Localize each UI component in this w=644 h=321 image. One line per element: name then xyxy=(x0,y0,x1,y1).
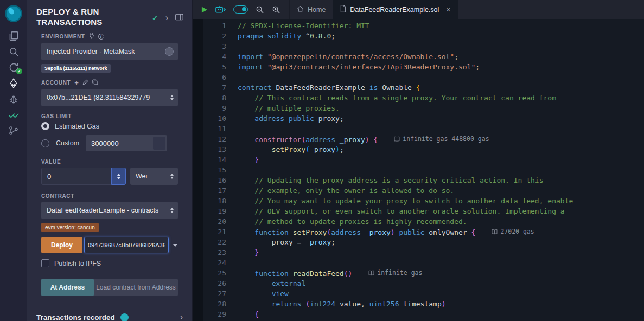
code-line[interactable]: 14 } xyxy=(193,155,644,165)
copy-account-icon[interactable] xyxy=(92,79,98,86)
code-line[interactable]: 22 proxy = _proxy; xyxy=(193,237,644,247)
code-token: setProxy xyxy=(272,145,306,153)
value-stepper[interactable] xyxy=(111,168,126,185)
transactions-chevron-icon[interactable]: › xyxy=(180,312,183,321)
toggle-knob-icon xyxy=(242,7,246,11)
code-token xyxy=(289,228,293,236)
unit-testing-icon[interactable] xyxy=(0,107,27,123)
remix-logo-icon[interactable] xyxy=(4,4,23,23)
code-line-content: import "@api3/contracts/interfaces/IApi3… xyxy=(238,62,480,72)
estimated-gas-radio[interactable] xyxy=(41,122,49,130)
pin-panel-icon[interactable] xyxy=(175,13,183,23)
solidity-compiler-icon[interactable]: ✓ xyxy=(0,60,27,75)
run-script-button[interactable] xyxy=(201,6,208,14)
code-token: // example, only the owner is allowed to… xyxy=(238,187,454,195)
plugin-manager-icon[interactable] xyxy=(0,123,27,138)
code-line[interactable]: 21 function setProxy(address _proxy) pub… xyxy=(193,227,644,237)
plug-icon[interactable] xyxy=(89,33,94,40)
code-line[interactable]: 24 xyxy=(193,258,644,268)
value-unit-select[interactable]: Wei xyxy=(130,168,178,185)
collapse-panel-icon[interactable]: › xyxy=(165,14,168,22)
code-line-content: constructor(address _proxy) {infinite ga… xyxy=(238,134,489,144)
account-select[interactable]: 0x07b...21DE1 (82.311584329779 xyxy=(41,89,178,106)
code-token xyxy=(365,84,369,92)
code-line[interactable]: 23 } xyxy=(193,247,644,258)
code-token: { xyxy=(254,310,259,318)
code-line[interactable]: 4import "@openzeppelin/contracts/access/… xyxy=(193,52,644,62)
code-line[interactable]: 15 xyxy=(193,165,644,175)
select-arrows-icon xyxy=(170,174,174,179)
code-token xyxy=(289,269,293,278)
custom-gas-radio[interactable] xyxy=(41,139,49,147)
estimated-gas-label: Estimated Gas xyxy=(55,123,99,130)
code-line[interactable]: 18 // You may want to update your proxy … xyxy=(193,196,644,206)
code-line[interactable]: 8 // This contract reads from a single p… xyxy=(193,93,644,103)
code-token: Ownable xyxy=(382,84,412,92)
code-token: import xyxy=(238,63,263,71)
code-line[interactable]: 5import "@api3/contracts/interfaces/IApi… xyxy=(193,62,644,72)
tab-home[interactable]: Home xyxy=(289,0,333,19)
deploy-run-panel: DEPLOY & RUN TRANSACTIONS ✓ › ENVIRONMEN… xyxy=(27,0,193,321)
close-tab-icon[interactable]: × xyxy=(446,7,450,13)
tab-datafeedreaderexample-sol[interactable]: DataFeedReaderExample.sol × xyxy=(333,0,458,19)
debugger-icon[interactable] xyxy=(0,91,27,107)
code-line[interactable]: 9 // multiple proxies. xyxy=(193,103,644,113)
code-token xyxy=(284,114,289,123)
code-token: returns xyxy=(272,300,302,308)
code-token: proxy xyxy=(318,114,340,123)
deploy-run-icon[interactable] xyxy=(0,75,27,91)
transactions-count-badge xyxy=(120,313,129,321)
code-line-content: contract DataFeedReaderExample is Ownabl… xyxy=(238,82,420,93)
code-line[interactable]: 19 // OEV support, or even switch to ano… xyxy=(193,206,644,216)
code-line[interactable]: 26 external xyxy=(193,278,644,288)
code-line[interactable]: 11 xyxy=(193,124,644,134)
at-address-button[interactable]: At Address xyxy=(41,279,94,296)
deploy-button[interactable]: Deploy xyxy=(41,237,82,253)
code-line[interactable]: 17 // example, only the owner is allowed… xyxy=(193,185,644,196)
at-address-input[interactable] xyxy=(94,284,178,291)
code-token: ) xyxy=(442,300,446,308)
transactions-recorded-row[interactable]: Transactions recorded › xyxy=(27,307,192,321)
code-token xyxy=(467,228,471,236)
file-explorer-icon[interactable] xyxy=(0,28,27,44)
ai-copilot-icon[interactable] xyxy=(215,5,226,14)
code-line[interactable]: 28 returns (int224 value, uint256 timest… xyxy=(193,299,644,309)
code-line[interactable]: 29 { xyxy=(193,309,644,319)
environment-select[interactable]: Injected Provider - MetaMask xyxy=(41,43,178,60)
expand-args-chevron-icon[interactable] xyxy=(173,244,177,247)
code-token: ; xyxy=(475,63,480,71)
copilot-toggle[interactable] xyxy=(233,5,248,14)
code-line[interactable]: 27 view xyxy=(193,288,644,299)
code-line[interactable]: 3 xyxy=(193,41,644,52)
file-icon xyxy=(340,5,346,14)
code-token: ) xyxy=(365,136,369,144)
code-line[interactable]: 12 constructor(address _proxy) {infinite… xyxy=(193,134,644,144)
code-line[interactable]: 6 xyxy=(193,72,644,82)
code-line[interactable]: 16 // Updating the proxy address is a se… xyxy=(193,175,644,185)
add-account-icon[interactable]: + xyxy=(74,80,79,86)
code-line[interactable]: 7contract DataFeedReaderExample is Ownab… xyxy=(193,82,644,93)
code-line[interactable]: 1// SPDX-License-Identifier: MIT xyxy=(193,21,644,31)
code-line-content: // SPDX-License-Identifier: MIT xyxy=(238,21,369,31)
contract-select[interactable]: DataFeedReaderExample - contracts xyxy=(41,202,178,219)
zoom-in-button[interactable] xyxy=(272,5,280,14)
code-editor[interactable]: 1// SPDX-License-Identifier: MIT2pragma … xyxy=(193,19,644,321)
code-line-content: } xyxy=(238,247,259,258)
publish-ipfs-checkbox[interactable] xyxy=(41,259,49,267)
code-line[interactable]: 20 // method to update proxies is highly… xyxy=(193,216,644,227)
code-token xyxy=(263,32,267,40)
constructor-arg-input[interactable] xyxy=(84,237,169,253)
code-line[interactable]: 10 address public proxy; xyxy=(193,113,644,124)
edit-account-icon[interactable] xyxy=(82,79,88,86)
code-token: ; xyxy=(340,145,344,153)
code-line[interactable]: 25 function readDataFeed()infinite gas xyxy=(193,268,644,278)
search-icon[interactable] xyxy=(0,44,27,60)
code-token: view xyxy=(272,290,289,298)
zoom-out-button[interactable] xyxy=(256,5,264,14)
code-line[interactable]: 2pragma solidity ^0.8.0; xyxy=(193,31,644,41)
environment-info-icon[interactable]: i xyxy=(98,34,104,40)
gas-stepper[interactable] xyxy=(153,137,165,150)
code-token xyxy=(238,228,254,236)
code-token: function xyxy=(254,228,289,236)
code-line[interactable]: 13 setProxy(_proxy); xyxy=(193,144,644,155)
